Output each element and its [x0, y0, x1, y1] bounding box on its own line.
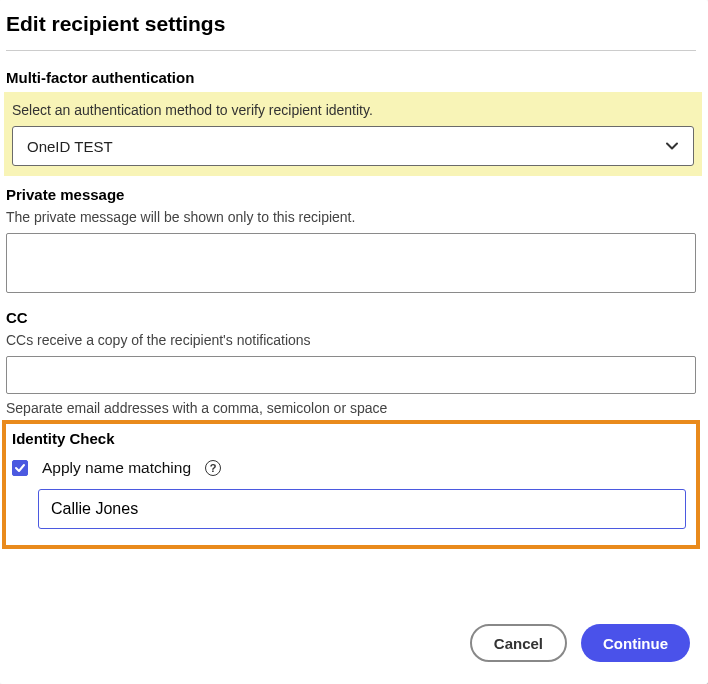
auth-method-select[interactable]	[12, 126, 694, 166]
mfa-heading: Multi-factor authentication	[6, 69, 696, 86]
page-title: Edit recipient settings	[6, 12, 696, 36]
cancel-button[interactable]: Cancel	[470, 624, 567, 662]
mfa-description: Select an authentication method to verif…	[12, 102, 694, 118]
divider	[6, 50, 696, 51]
continue-button[interactable]: Continue	[581, 624, 690, 662]
cc-heading: CC	[6, 309, 696, 326]
cc-hint: Separate email addresses with a comma, s…	[6, 400, 696, 416]
name-matching-input[interactable]	[38, 489, 686, 529]
apply-name-matching-checkbox[interactable]	[12, 460, 28, 476]
cc-description: CCs receive a copy of the recipient's no…	[6, 332, 696, 348]
identity-check-section: Identity Check Apply name matching ?	[2, 420, 700, 549]
recipient-settings-panel: Edit recipient settings Multi-factor aut…	[0, 0, 708, 684]
auth-method-select-wrap	[12, 126, 694, 166]
footer-actions: Cancel Continue	[470, 624, 690, 662]
apply-name-matching-label: Apply name matching	[42, 459, 191, 477]
private-message-description: The private message will be shown only t…	[6, 209, 696, 225]
private-message-input[interactable]	[6, 233, 696, 293]
private-message-heading: Private message	[6, 186, 696, 203]
help-icon[interactable]: ?	[205, 460, 221, 476]
identity-check-heading: Identity Check	[12, 430, 686, 447]
cc-input[interactable]	[6, 356, 696, 394]
mfa-block: Select an authentication method to verif…	[4, 92, 702, 176]
